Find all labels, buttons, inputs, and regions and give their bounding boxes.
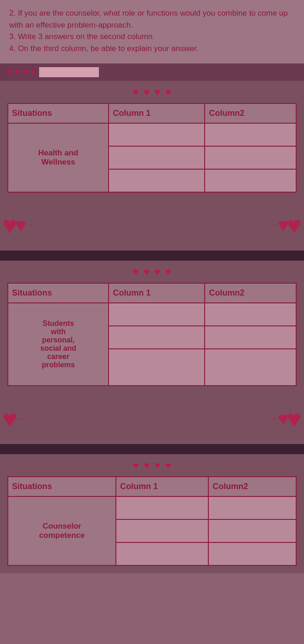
table1-row1-col2[interactable] [205, 123, 296, 146]
table3: Situations Column 1 Column2 Counselorcom… [7, 476, 297, 566]
instructions-section: 2. If you are the counselor, what role o… [0, 0, 304, 63]
table3-section: ♥ ♥ ♥ ♥ Situations Column 1 Column2 Coun… [0, 454, 304, 573]
table3-col1: Column 1 [116, 477, 208, 496]
table3-col-situations: Situations [8, 477, 116, 496]
table3-row2-col1[interactable] [116, 519, 208, 542]
top-divider-bar: ♥ ♥ ♥ ♥ [0, 63, 304, 81]
table1-row3-col2[interactable] [205, 169, 296, 192]
table1-row3-col1[interactable] [109, 169, 205, 192]
hearts-decoration-2: ♥ • • • • ♥ ♥ [0, 393, 304, 444]
table1-hearts: ♥ ♥ ♥ ♥ [7, 86, 297, 98]
table2-col1: Column 1 [109, 283, 205, 303]
table2-row2-col1[interactable] [109, 326, 205, 349]
heart-big-right-2: ♥ [287, 404, 302, 433]
dark-bar-1 [0, 251, 304, 261]
table2-row2-col2[interactable] [205, 326, 296, 349]
right-heart-cluster: • • ♥ ♥ [271, 211, 302, 240]
table2-row1-col2[interactable] [205, 303, 296, 326]
table3-row3-col1[interactable] [116, 542, 208, 565]
dark-bar-2 [0, 444, 304, 454]
table1: Situations Column 1 Column2 Health andWe… [7, 103, 297, 193]
table2-situation-cell: Studentswithpersonal,social andcareerpro… [8, 303, 109, 386]
hearts-decoration-1: ♥ ♥ • • • • ♥ ♥ [0, 200, 304, 251]
table2-col2: Column2 [205, 283, 296, 303]
instructions-text: 2. If you are the counselor, what role o… [9, 7, 295, 54]
table3-situation-cell: Counselorcompetence [8, 496, 116, 565]
hearts-row: ♥ ♥ ♥ ♥ [7, 68, 35, 77]
table3-row1-col2[interactable] [208, 496, 296, 519]
table1-col1: Column 1 [109, 103, 205, 123]
heart-3: ♥ [23, 68, 28, 77]
table-row: Health andWellness [8, 123, 296, 146]
table-row: Counselorcompetence [8, 496, 296, 519]
dots-left-2: • • [19, 416, 24, 422]
table3-row1-col1[interactable] [116, 496, 208, 519]
top-input-box[interactable] [39, 67, 99, 77]
table3-row2-col2[interactable] [208, 519, 296, 542]
heart-2: ♥ [15, 68, 20, 77]
table1-row1-col1[interactable] [109, 123, 205, 146]
dots-right: • • [271, 223, 276, 228]
heart-big-right: ♥ [287, 211, 302, 240]
heart-4: ♥ [30, 68, 35, 77]
table3-row3-col2[interactable] [208, 542, 296, 565]
table2: Situations Column 1 Column2 Studentswith… [7, 283, 297, 386]
left-heart-cluster-2: ♥ • • [0, 404, 23, 433]
table1-col2: Column2 [205, 103, 296, 123]
table2-row3-col1[interactable] [109, 349, 205, 386]
heart-1: ♥ [7, 68, 12, 77]
table1-situation-cell: Health andWellness [8, 123, 109, 192]
table1-col-situations: Situations [8, 103, 109, 123]
table2-section: ♥ ♥ ♥ ♥ Situations Column 1 Column2 Stud… [0, 261, 304, 393]
left-heart-cluster: ♥ ♥ • • [0, 211, 33, 240]
heart-med-left: ♥ [15, 214, 27, 236]
table3-hearts: ♥ ♥ ♥ ♥ [7, 460, 297, 472]
table2-row1-col1[interactable] [109, 303, 205, 326]
heart-big-left-2: ♥ [2, 404, 17, 433]
table2-hearts: ♥ ♥ ♥ ♥ [7, 266, 297, 278]
table3-col2: Column2 [208, 477, 296, 496]
table-row: Studentswithpersonal,social andcareerpro… [8, 303, 296, 326]
table1-section: ♥ ♥ ♥ ♥ Situations Column 1 Column2 Heal… [0, 81, 304, 200]
table2-col-situations: Situations [8, 283, 109, 303]
right-heart-cluster-2: • • ♥ ♥ [271, 404, 302, 433]
table1-row2-col1[interactable] [109, 146, 205, 169]
table1-row2-col2[interactable] [205, 146, 296, 169]
table2-row3-col2[interactable] [205, 349, 296, 386]
dots-left: • • [29, 223, 33, 228]
dots-right-2: • • [271, 416, 276, 422]
